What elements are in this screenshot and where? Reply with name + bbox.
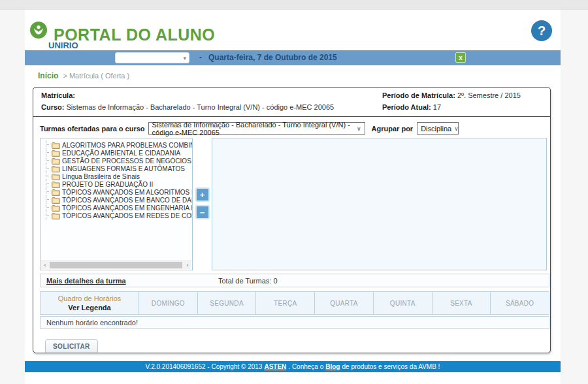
chevron-down-icon: ∨ [357, 125, 361, 132]
class-details-link[interactable]: Mais detalhes da turma [46, 277, 126, 285]
tree-item[interactable]: LINGUAGENS FORMAIS E AUTÔMATOS [44, 165, 192, 172]
schedule-title-cell: Quadro de Horários Ver Legenda [40, 291, 139, 315]
scroll-right-icon[interactable]: › [184, 261, 191, 269]
tree-branch-icon [44, 212, 51, 219]
asten-link[interactable]: ASTEN [264, 363, 286, 370]
tree-item-label: TÓPICOS AVANÇADOS EM ALGORITMOS I [62, 189, 193, 196]
chevron-down-icon: ▾ [183, 55, 186, 61]
schedule-header-row: Quadro de Horários Ver Legenda DOMINGO S… [40, 291, 549, 315]
footer-middle-text: . Conheça o [288, 363, 323, 370]
breadcrumb-home-link[interactable]: Início [38, 71, 58, 80]
offers-filter-row: Turmas ofertadas para o curso Sistemas d… [40, 121, 547, 135]
portal-logo-icon [30, 22, 47, 39]
folder-icon [52, 189, 60, 196]
folder-icon [52, 204, 60, 212]
footer-version-text: V.2.0.201406091652 - Copyright © 2013 [146, 363, 263, 370]
tree-item[interactable]: GESTÃO DE PROCESSOS DE NEGÓCIOS [44, 157, 192, 165]
weekday-header-cell: DOMINGO [139, 291, 198, 315]
folder-icon [52, 150, 60, 157]
tree-branch-icon [44, 157, 51, 165]
scrollbar-thumb[interactable] [50, 262, 182, 268]
total-classes-label: Total de Turmas: [218, 277, 271, 285]
tree-item-label: Língua Brasileira de Sinais [62, 173, 140, 180]
tree-branch-icon [44, 149, 51, 157]
tree-item-label: PROJETO DE GRADUAÇÃO II [62, 181, 153, 188]
remove-class-button[interactable]: − [195, 205, 210, 219]
weekday-header-cell: QUINTA [373, 291, 433, 315]
periodo-info: Período de Matrícula: 2º. Semestre / 201… [382, 91, 521, 111]
add-class-button[interactable]: + [195, 187, 210, 202]
course-select[interactable]: Sistemas de Informação - Bacharelado - T… [148, 122, 365, 135]
weekday-header-cell: SEXTA [432, 291, 491, 315]
total-classes-value: 0 [273, 277, 277, 285]
tree-item[interactable]: EDUCAÇÃO AMBIENTAL E CIDADANIA [44, 149, 192, 157]
question-mark-icon: ? [538, 24, 546, 39]
tree-item-label: ALGORITMOS PARA PROBLEMAS COMBINATÓRIOS [62, 142, 193, 149]
tree-item-label: GESTÃO DE PROCESSOS DE NEGÓCIOS [62, 157, 191, 165]
classes-tree: ALGORITMOS PARA PROBLEMAS COMBINATÓRIOS [41, 138, 192, 219]
folder-icon [52, 142, 60, 149]
group-by-select[interactable]: Disciplina ∨ [417, 122, 459, 135]
tree-branch-icon [44, 180, 51, 188]
selected-classes-panel[interactable] [212, 138, 547, 270]
chevron-down-icon: ∨ [454, 125, 459, 132]
browser-top-strip [0, 0, 588, 10]
tree-item-label: LINGUAGENS FORMAIS E AUTÔMATOS [62, 165, 185, 172]
breadcrumb: Início > Matrícula ( Oferta ) [38, 71, 561, 81]
tree-item[interactable]: PROJETO DE GRADUAÇÃO II [44, 180, 192, 188]
weekday-headers: DOMINGO SEGUNDA TERÇA QUARTA QUINTA SEXT… [139, 291, 549, 315]
tree-branch-icon [44, 141, 51, 149]
tree-item-label: EDUCAÇÃO AMBIENTAL E CIDADANIA [62, 150, 180, 157]
horizontal-scrollbar[interactable]: ‹ › [41, 261, 191, 269]
weekday-header-cell: TERÇA [255, 291, 315, 315]
folder-icon [52, 157, 60, 165]
periodo-atual-row: Período Atual: 17 [382, 103, 521, 111]
offers-label: Turmas ofertadas para o curso [40, 125, 145, 133]
close-button[interactable]: x [455, 52, 466, 63]
info-bar: ▾ - Quarta-feira, 7 de Outubro de 2015 x [25, 50, 561, 65]
periodo-atual-value: 17 [433, 103, 441, 111]
weekday-header-cell: SEGUNDA [197, 291, 257, 315]
infobar-select[interactable]: ▾ [115, 52, 189, 63]
current-date: Quarta-feira, 7 de Outubro de 2015 [208, 53, 337, 62]
total-classes: Total de Turmas: 0 [218, 277, 278, 285]
group-by-label: Agrupar por [372, 125, 414, 133]
tree-item[interactable]: TÓPICOS AVANÇADOS EM ENGENHARIA DE SOFTW… [44, 204, 192, 212]
tree-branch-icon [44, 188, 51, 196]
close-icon: x [459, 54, 463, 61]
folder-icon [52, 181, 60, 188]
weekday-header-cell: QUARTA [314, 291, 374, 315]
tree-item[interactable]: TÓPICOS AVANÇADOS EM BANCO DE DADOS II [44, 196, 192, 204]
folder-icon [52, 165, 60, 172]
scroll-left-icon[interactable]: ‹ [41, 261, 49, 269]
tree-item[interactable]: ALGORITMOS PARA PROBLEMAS COMBINATÓRIOS [44, 141, 192, 149]
solicitar-button[interactable]: SOLICITAR [45, 339, 98, 353]
matricula-label: Matrícula: [41, 91, 75, 99]
transfer-buttons: + − [193, 138, 212, 270]
help-button[interactable]: ? [531, 20, 552, 41]
institution-name: UNIRIO [48, 40, 78, 50]
view-legend-link[interactable]: Ver Legenda [68, 304, 110, 312]
weekday-header-cell: SÁBADO [490, 291, 549, 315]
header: PORTAL DO ALUNO UNIRIO ? [25, 10, 561, 50]
schedule-title: Quadro de Horários [58, 295, 122, 302]
tree-item[interactable]: Língua Brasileira de Sinais [44, 172, 192, 180]
curso-label: Curso: [41, 103, 64, 111]
course-select-value: Sistemas de Informação - Bacharelado - T… [152, 121, 354, 136]
class-selection-panels: ALGORITMOS PARA PROBLEMAS COMBINATÓRIOS [40, 138, 547, 270]
tree-item-label: TÓPICOS AVANÇADOS EM BANCO DE DADOS II [62, 197, 193, 204]
folder-icon [52, 212, 60, 219]
periodo-atual-label: Período Atual: [382, 103, 431, 111]
periodo-matricula-row: Período de Matrícula: 2º. Semestre / 201… [382, 91, 521, 99]
folder-icon [52, 173, 60, 180]
schedule-empty-message: Nenhum horário encontrado! [40, 316, 549, 329]
tree-item-label: TÓPICOS AVANÇADOS EM REDES DE COMPUTADOR… [62, 212, 193, 219]
tree-item[interactable]: TÓPICOS AVANÇADOS EM REDES DE COMPUTADOR… [44, 212, 192, 219]
blog-link[interactable]: Blog [325, 363, 340, 370]
tree-item[interactable]: TÓPICOS AVANÇADOS EM ALGORITMOS I [44, 188, 192, 196]
schedule-table: Quadro de Horários Ver Legenda DOMINGO S… [40, 291, 549, 329]
breadcrumb-current: > Matrícula ( Oferta ) [63, 72, 129, 80]
folder-icon [52, 197, 60, 204]
tree-branch-icon [44, 165, 51, 172]
offers-section: Turmas ofertadas para o curso Sistemas d… [33, 117, 550, 353]
